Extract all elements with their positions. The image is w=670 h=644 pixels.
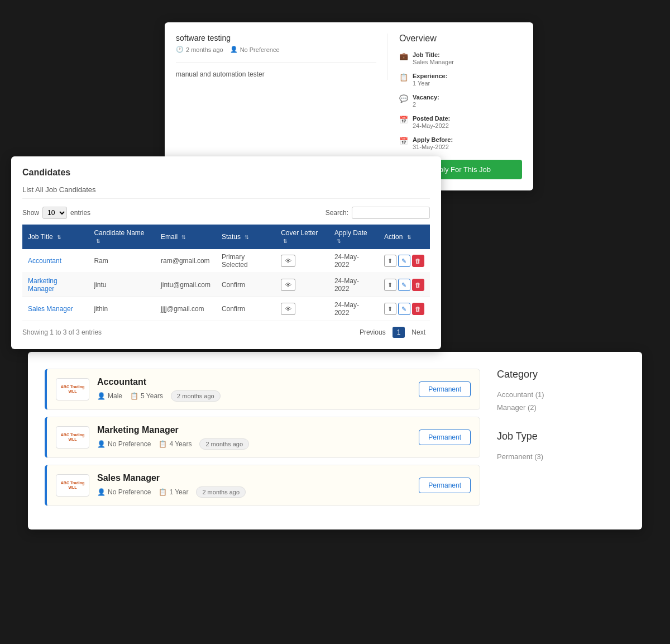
job-title-link[interactable]: Marketing Manager: [28, 277, 58, 293]
overview-items: 💼 Job Title: Sales Manager 📋 Experience:…: [399, 51, 522, 151]
job-type-item[interactable]: Permanent (3): [497, 450, 620, 463]
overview-posted-date-content: Posted Date: 24-May-2022: [413, 115, 450, 130]
job-description: manual and automation tester: [176, 62, 376, 80]
delete-btn[interactable]: 🗑: [412, 279, 424, 291]
cell-cover-letter: 👁: [275, 297, 329, 321]
search-input[interactable]: [352, 207, 430, 219]
cell-email: jintu@gmail.com: [155, 273, 216, 297]
sort-icon-candidate: ⇅: [96, 238, 100, 244]
job-type-button[interactable]: Permanent: [419, 381, 471, 397]
list-all-label: List All Job Candidates: [22, 185, 430, 199]
job-title-link[interactable]: Accountant: [28, 257, 61, 265]
job-posting-title: software testing: [176, 34, 376, 42]
next-page[interactable]: Next: [407, 327, 430, 338]
listings-left: ABC Trading WLL Accountant 👤 Male 📋 5 Ye…: [45, 369, 497, 513]
showing-entries: Showing 1 to 3 of 3 entries: [22, 328, 102, 336]
action-buttons: ⬆ ✎ 🗑: [384, 303, 424, 315]
cell-cover-letter: 👁: [275, 249, 329, 273]
delete-btn[interactable]: 🗑: [412, 255, 424, 267]
entries-select[interactable]: 10 25 50: [42, 207, 67, 219]
cover-letter-view-btn[interactable]: 👁: [281, 279, 295, 291]
col-action[interactable]: Action ⇅: [379, 225, 430, 249]
clock-icon: 🕐: [176, 46, 184, 53]
previous-page[interactable]: Previous: [355, 327, 390, 338]
upload-btn[interactable]: ⬆: [384, 255, 396, 267]
job-time-badge: 2 months ago: [171, 390, 221, 402]
sort-icon-cover: ⇅: [283, 238, 288, 244]
col-email[interactable]: Email ⇅: [155, 225, 216, 249]
sort-icon-apply-date: ⇅: [337, 238, 341, 244]
action-buttons: ⬆ ✎ 🗑: [384, 279, 424, 291]
cell-job-title: Accountant: [22, 249, 88, 273]
job-type-button[interactable]: Permanent: [419, 478, 471, 493]
edit-btn[interactable]: ✎: [398, 279, 410, 291]
col-apply-date[interactable]: Apply Date ⇅: [329, 225, 379, 249]
upload-btn[interactable]: ⬆: [384, 279, 396, 291]
posted-date-label: Posted Date:: [413, 115, 450, 122]
col-status[interactable]: Status ⇅: [216, 225, 275, 249]
upload-btn[interactable]: ⬆: [384, 303, 396, 315]
vacancy-value: 2: [413, 101, 416, 108]
overview-vacancy-content: Vacancy: 2: [413, 94, 439, 108]
search-label: Search:: [326, 209, 348, 217]
experience-value: 1 Year: [413, 80, 430, 87]
candidates-table-body: Accountant Ram ram@gmail.com Primary Sel…: [22, 249, 430, 321]
job-card-meta: 👤 Male 📋 5 Years 2 months ago: [97, 390, 419, 402]
gender-icon: 👤: [97, 392, 106, 400]
category-item[interactable]: Manager (2): [497, 401, 620, 414]
experience-label: Experience:: [413, 73, 447, 79]
gender-icon: 👤: [97, 440, 106, 448]
job-title-link[interactable]: Sales Manager: [28, 305, 73, 313]
job-gender: 👤 No Preference: [97, 488, 151, 496]
exp-icon: 📋: [159, 440, 167, 448]
listings-panel: ABC Trading WLL Accountant 👤 Male 📋 5 Ye…: [28, 352, 642, 529]
job-time-ago: 2 months ago: [186, 46, 223, 53]
edit-btn[interactable]: ✎: [398, 255, 410, 267]
table-header: Job Title ⇅ Candidate Name ⇅ Email ⇅ Sta…: [22, 225, 430, 249]
job-card-info: Marketing Manager 👤 No Preference 📋 4 Ye…: [97, 425, 419, 450]
cell-candidate-name: jintu: [88, 273, 155, 297]
job-preference-meta: 👤 No Preference: [230, 46, 280, 53]
overview-job-title: 💼 Job Title: Sales Manager: [399, 51, 522, 66]
job-cards-container: ABC Trading WLL Accountant 👤 Male 📋 5 Ye…: [45, 369, 480, 506]
show-label: Show: [22, 209, 39, 217]
company-logo: ABC Trading WLL: [56, 426, 89, 449]
job-type-list: Permanent (3): [497, 450, 620, 463]
posted-date-icon: 📅: [399, 116, 408, 124]
cover-letter-view-btn[interactable]: 👁: [281, 255, 295, 267]
sort-icon-action: ⇅: [407, 235, 411, 240]
category-title: Category: [497, 369, 620, 380]
vacancy-icon: 💬: [399, 94, 408, 103]
cell-apply-date: 24-May-2022: [329, 249, 379, 273]
table-footer: Showing 1 to 3 of 3 entries Previous 1 N…: [22, 327, 430, 338]
user-icon: 👤: [230, 46, 238, 53]
show-entries-control: Show 10 25 50 entries: [22, 207, 90, 219]
cover-letter-view-btn[interactable]: 👁: [281, 303, 295, 315]
job-experience: 📋 5 Years: [130, 392, 163, 400]
cell-candidate-name: Ram: [88, 249, 155, 273]
col-candidate-name[interactable]: Candidate Name ⇅: [88, 225, 155, 249]
col-cover-letter[interactable]: Cover Letter ⇅: [275, 225, 329, 249]
cell-action: ⬆ ✎ 🗑: [379, 249, 430, 273]
overview-apply-before-content: Apply Before: 31-May-2022: [413, 136, 453, 151]
job-time-meta: 🕐 2 months ago: [176, 46, 223, 53]
job-card-meta: 👤 No Preference 📋 4 Years 2 months ago: [97, 438, 419, 450]
apply-before-label: Apply Before:: [413, 136, 453, 143]
overview-posted-date: 📅 Posted Date: 24-May-2022: [399, 115, 522, 130]
job-time-badge: 2 months ago: [196, 486, 246, 498]
job-gender: 👤 Male: [97, 392, 122, 400]
edit-btn[interactable]: ✎: [398, 303, 410, 315]
col-job-title[interactable]: Job Title ⇅: [22, 225, 88, 249]
category-item[interactable]: Accountant (1): [497, 388, 620, 401]
job-meta: 🕐 2 months ago 👤 No Preference: [176, 46, 376, 53]
cell-email: ram@gmail.com: [155, 249, 216, 273]
delete-btn[interactable]: 🗑: [412, 303, 424, 315]
active-page[interactable]: 1: [393, 327, 405, 338]
exp-icon: 📋: [399, 73, 408, 82]
sort-icon-job-title: ⇅: [57, 235, 61, 240]
cell-candidate-name: jithin: [88, 297, 155, 321]
table-row: Marketing Manager jintu jintu@gmail.com …: [22, 273, 430, 297]
job-type-button[interactable]: Permanent: [419, 430, 471, 445]
job-card: ABC Trading WLL Sales Manager 👤 No Prefe…: [45, 465, 480, 506]
job-card-info: Sales Manager 👤 No Preference 📋 1 Year 2…: [97, 473, 419, 498]
